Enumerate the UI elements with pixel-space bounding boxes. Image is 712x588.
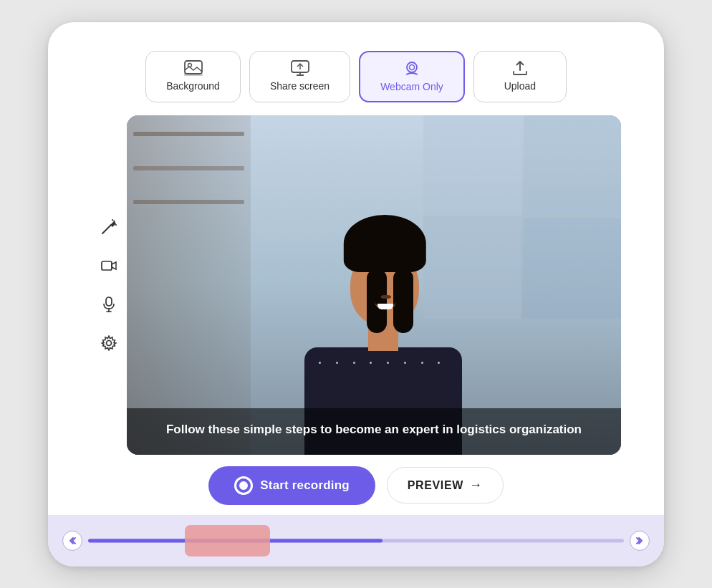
video-preview: Follow these simple steps to become an e… — [127, 115, 621, 455]
microphone-tool[interactable] — [97, 293, 120, 316]
timeline-bg-track — [88, 539, 624, 542]
svg-rect-0 — [185, 61, 202, 74]
action-row: Start recording PREVIEW → — [91, 455, 621, 515]
app-frame: Background Share screen — [48, 22, 664, 567]
svg-rect-13 — [102, 261, 112, 270]
timeline-track-container — [88, 521, 624, 561]
record-dot — [239, 481, 248, 490]
upload-icon — [512, 60, 528, 76]
window-grid — [423, 115, 621, 319]
background-icon — [184, 60, 203, 76]
svg-point-8 — [409, 64, 414, 69]
bookshelf — [127, 115, 251, 455]
preview-label: PREVIEW — [408, 479, 463, 492]
caption-overlay: Follow these simple steps to become an e… — [127, 408, 621, 455]
camera-tool[interactable] — [97, 254, 120, 277]
timeline-right-handle[interactable] — [630, 531, 650, 551]
timeline-area — [48, 515, 664, 567]
svg-rect-2 — [184, 73, 203, 76]
timeline-left-handle[interactable] — [62, 531, 82, 551]
svg-line-10 — [114, 221, 115, 222]
tab-webcam-only[interactable]: Webcam Only — [359, 51, 465, 102]
svg-line-9 — [102, 225, 111, 233]
preview-button[interactable]: PREVIEW → — [387, 467, 504, 503]
record-icon — [234, 476, 253, 495]
start-recording-button[interactable]: Start recording — [208, 466, 375, 505]
settings-tool[interactable] — [97, 332, 120, 355]
sidebar-tools — [91, 115, 127, 455]
tab-upload[interactable]: Upload — [473, 51, 567, 102]
main-area: Follow these simple steps to become an e… — [91, 115, 621, 455]
tab-upload-label: Upload — [504, 80, 536, 92]
svg-point-17 — [107, 340, 112, 345]
svg-rect-14 — [106, 297, 112, 306]
tab-webcam-only-label: Webcam Only — [380, 81, 443, 92]
share-screen-icon — [291, 60, 309, 76]
tab-background[interactable]: Background — [145, 51, 241, 102]
webcam-icon — [403, 61, 421, 77]
timeline-segment[interactable] — [185, 525, 271, 556]
svg-point-7 — [407, 62, 417, 72]
preview-arrow-icon: → — [469, 478, 483, 493]
magic-wand-tool[interactable] — [97, 216, 120, 238]
tab-share-screen[interactable]: Share screen — [249, 51, 350, 102]
tab-background-label: Background — [166, 80, 220, 92]
caption-text: Follow these simple steps to become an e… — [166, 423, 582, 436]
tab-bar: Background Share screen — [91, 44, 621, 115]
video-bg: Follow these simple steps to become an e… — [127, 115, 621, 455]
tab-share-screen-label: Share screen — [270, 80, 329, 92]
start-recording-label: Start recording — [260, 478, 349, 493]
